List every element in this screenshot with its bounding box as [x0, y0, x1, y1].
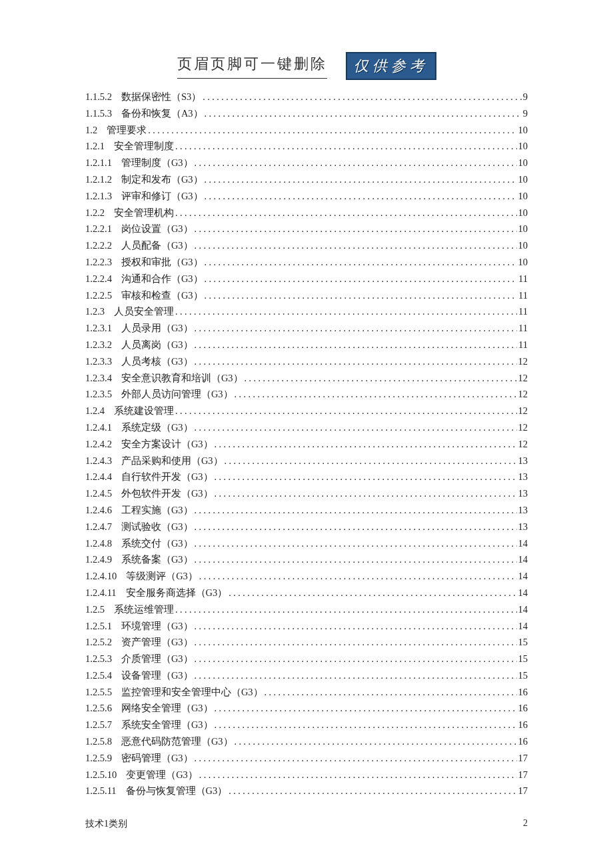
toc-page-number: 9	[523, 92, 528, 102]
toc-title: 系统建设管理	[114, 406, 174, 416]
toc-leader-dots: ........................................…	[265, 688, 517, 697]
toc-page-number: 16	[518, 703, 528, 713]
toc-title: 人员考核（G3）	[121, 357, 193, 367]
toc-number: 1.2.5.2	[85, 637, 112, 647]
toc-title: 工程实施（G3）	[121, 505, 193, 515]
toc-leader-dots: ........................................…	[235, 390, 517, 399]
toc-leader-dots: ........................................…	[195, 324, 517, 333]
toc-number: 1.2.4.10	[85, 571, 117, 581]
toc-title: 测试验收（G3）	[121, 522, 193, 532]
toc-entry: 1.2.1安全管理制度.............................…	[85, 141, 528, 151]
toc-number: 1.2.3.5	[85, 389, 112, 399]
toc-page-number: 13	[518, 522, 528, 532]
toc-leader-dots: ........................................…	[175, 407, 517, 416]
toc-title: 系统备案（G3）	[121, 555, 193, 565]
toc-number: 1.2.2	[85, 208, 105, 218]
toc-title: 介质管理（G3）	[121, 654, 193, 664]
document-page: 页眉页脚可一键删除 仅供参考 1.1.5.2数据保密性（S3）.........…	[0, 0, 613, 836]
toc-title: 备份和恢复（A3）	[121, 109, 203, 119]
toc-number: 1.2.5.9	[85, 753, 112, 763]
toc-number: 1.2.4.9	[85, 555, 112, 565]
toc-leader-dots: ........................................…	[175, 209, 517, 218]
toc-leader-dots: ........................................…	[195, 423, 517, 433]
toc-title: 岗位设置（G3）	[121, 224, 193, 234]
toc-entry: 1.2.2.4沟通和合作（G3）........................…	[85, 274, 528, 284]
toc-leader-dots: ........................................…	[203, 93, 522, 102]
toc-title: 安全方案设计（G3）	[121, 439, 213, 449]
toc-page-number: 17	[518, 753, 528, 763]
toc-entry: 1.2.5系统运维管理.............................…	[85, 605, 528, 615]
toc-page-number: 10	[518, 224, 528, 234]
toc-leader-dots: ........................................…	[195, 555, 517, 565]
toc-number: 1.2.4.5	[85, 489, 112, 499]
toc-page-number: 10	[518, 175, 528, 185]
toc-page-number: 14	[518, 605, 528, 615]
toc-page-number: 12	[518, 406, 528, 416]
toc-leader-dots: ........................................…	[215, 704, 517, 713]
toc-page-number: 11	[518, 340, 528, 350]
toc-leader-dots: ........................................…	[215, 721, 517, 730]
toc-title: 评审和修订（G3）	[121, 191, 203, 201]
toc-number: 1.2.1.2	[85, 175, 112, 185]
toc-title: 环境管理（G3）	[121, 621, 193, 631]
toc-leader-dots: ........................................…	[245, 374, 517, 383]
toc-page-number: 11	[518, 323, 528, 333]
toc-number: 1.2.3.4	[85, 373, 112, 383]
toc-title: 恶意代码防范管理（G3）	[121, 737, 233, 747]
toc-entry: 1.2.5.8恶意代码防范管理（G3）.....................…	[85, 737, 528, 747]
toc-entry: 1.2.4.8系统交付（G3）.........................…	[85, 539, 528, 549]
toc-title: 变更管理（G3）	[126, 770, 198, 780]
toc-number: 1.2.1.3	[85, 191, 112, 201]
toc-page-number: 14	[518, 539, 528, 549]
toc-title: 安全服务商选择（G3）	[126, 588, 228, 598]
reference-badge: 仅供参考	[346, 52, 436, 80]
toc-number: 1.2.3	[85, 307, 105, 317]
toc-leader-dots: ........................................…	[195, 357, 517, 367]
footer-left-text: 技术1类别	[85, 818, 127, 830]
toc-leader-dots: ........................................…	[205, 192, 517, 201]
toc-entry: 1.2.4.7测试验收（G3）.........................…	[85, 522, 528, 532]
toc-entry: 1.2.5.9密码管理（G3）.........................…	[85, 753, 528, 763]
toc-title: 外部人员访问管理（G3）	[121, 389, 233, 399]
toc-title: 人员安全管理	[114, 307, 174, 317]
toc-leader-dots: ........................................…	[205, 109, 522, 119]
toc-page-number: 14	[518, 571, 528, 581]
toc-entry: 1.2.3.5外部人员访问管理（G3）.....................…	[85, 389, 528, 399]
toc-page-number: 12	[518, 357, 528, 367]
toc-title: 人员配备（G3）	[121, 241, 193, 251]
toc-entry: 1.2.3.3人员考核（G3）.........................…	[85, 357, 528, 367]
toc-title: 管理要求	[107, 125, 147, 135]
toc-page-number: 13	[518, 472, 528, 482]
toc-page-number: 16	[518, 737, 528, 747]
toc-entry: 1.2.2.5审核和检查（G3）........................…	[85, 291, 528, 301]
toc-number: 1.2.5.5	[85, 687, 112, 697]
toc-page-number: 10	[518, 125, 528, 135]
toc-title: 设备管理（G3）	[121, 671, 193, 681]
toc-title: 系统定级（G3）	[121, 423, 193, 433]
toc-leader-dots: ........................................…	[195, 523, 517, 532]
toc-title: 沟通和合作（G3）	[121, 274, 203, 284]
toc-number: 1.2.2.3	[85, 257, 112, 267]
toc-number: 1.2.4.11	[85, 588, 117, 598]
toc-page-number: 14	[518, 555, 528, 565]
toc-title: 系统安全管理（G3）	[121, 720, 213, 730]
toc-page-number: 11	[518, 274, 528, 284]
toc-entry: 1.2.5.2资产管理（G3）.........................…	[85, 637, 528, 647]
toc-leader-dots: ........................................…	[195, 655, 517, 664]
toc-number: 1.2.2.5	[85, 291, 112, 301]
toc-title: 监控管理和安全管理中心（G3）	[121, 687, 263, 697]
toc-number: 1.2.2.1	[85, 224, 112, 234]
toc-entry: 1.2.5.7系统安全管理（G3）.......................…	[85, 720, 528, 730]
toc-number: 1.1.5.2	[85, 92, 112, 102]
toc-leader-dots: ........................................…	[148, 126, 516, 135]
toc-number: 1.2.2.2	[85, 241, 112, 251]
toc-page-number: 16	[518, 720, 528, 730]
toc-page-number: 13	[518, 456, 528, 466]
toc-number: 1.2.4.3	[85, 456, 112, 466]
toc-entry: 1.2.5.6网络安全管理（G3）.......................…	[85, 703, 528, 713]
toc-leader-dots: ........................................…	[229, 787, 516, 796]
toc-leader-dots: ........................................…	[195, 506, 517, 515]
toc-title: 审核和检查（G3）	[121, 291, 203, 301]
toc-leader-dots: ........................................…	[195, 241, 517, 251]
toc-page-number: 13	[518, 505, 528, 515]
